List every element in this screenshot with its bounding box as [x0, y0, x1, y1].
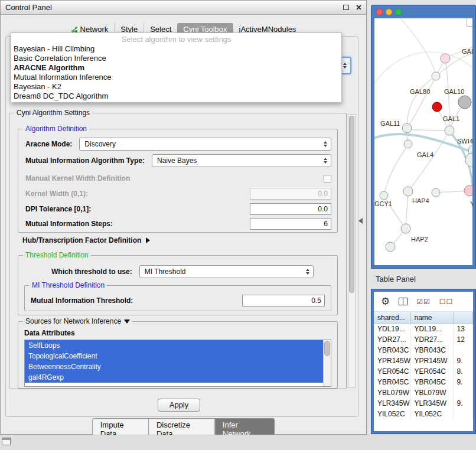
network-tab-icon — [71, 26, 78, 33]
network-node[interactable] — [432, 188, 440, 197]
network-edge[interactable] — [410, 132, 449, 190]
dropdown-item[interactable]: Bayesian - K2 — [11, 82, 341, 92]
table-cell: YDL19... — [374, 324, 410, 334]
column-header[interactable] — [453, 312, 473, 324]
attribute-list[interactable]: SelfLoops TopologicalCoefficient Between… — [24, 340, 331, 387]
column-header[interactable]: name — [410, 312, 453, 324]
attribute-table-body: YDL19...YDL19...13YDR27...YDR27...12YBR0… — [374, 324, 473, 419]
table-row[interactable]: YDL19...YDL19...13 — [374, 324, 473, 334]
table-cell — [453, 409, 473, 419]
zoom-light-icon[interactable] — [395, 9, 402, 15]
scrollbar-thumb[interactable] — [349, 116, 354, 293]
mi-type-combo[interactable]: Naive Bayes — [152, 154, 331, 167]
network-edge[interactable] — [374, 52, 472, 89]
column-header[interactable]: shared... — [374, 312, 410, 324]
network-node[interactable] — [402, 123, 412, 133]
table-cell: YDR27... — [374, 334, 410, 345]
mi-threshold-field[interactable]: 0.5 — [242, 295, 325, 306]
list-item-selected[interactable]: SelfLoops — [25, 340, 324, 351]
node-attribute-table: shared... name YDL19...YDL19...13YDR27..… — [374, 312, 473, 419]
network-edge[interactable] — [398, 18, 436, 74]
cyni-algorithm-settings-group: Cyni Algorithm Settings Algorithm Defini… — [9, 113, 347, 389]
select-all-checkboxes-icon[interactable]: ☑☑ — [416, 298, 431, 306]
table-row[interactable]: YBR045CYBR045C9. — [374, 377, 473, 387]
list-item-selected[interactable]: TopologicalCoefficient — [25, 351, 324, 361]
minimize-light-icon[interactable] — [386, 9, 392, 15]
deselect-all-checkboxes-icon[interactable]: ☐☐ — [439, 298, 454, 306]
dropdown-item-selected[interactable]: ARACNE Algorithm — [11, 63, 341, 73]
float-window-icon[interactable] — [343, 5, 349, 10]
table-row[interactable]: YLR345WYLR345W9. — [374, 398, 473, 409]
close-light-icon[interactable] — [376, 9, 383, 15]
network-edge[interactable] — [436, 191, 468, 193]
network-node[interactable] — [465, 153, 472, 167]
table-row[interactable]: YIL052CYIL052C — [374, 409, 473, 419]
dropdown-item[interactable]: Dream8 DC_TDC Algorithm — [11, 92, 341, 101]
network-edge[interactable] — [406, 193, 408, 227]
gear-icon[interactable]: ⚙ — [381, 295, 390, 308]
table-cell: YBR045C — [410, 377, 453, 387]
network-node[interactable] — [432, 72, 440, 80]
network-edge[interactable] — [408, 129, 448, 131]
network-node[interactable] — [464, 185, 472, 196]
network-node[interactable] — [432, 102, 442, 112]
chevron-updown-icon — [306, 269, 309, 275]
apply-button[interactable]: Apply — [158, 399, 200, 412]
network-node[interactable] — [441, 54, 450, 63]
node-label: GAL8 — [462, 48, 472, 55]
group-title: MI Threshold Definition — [30, 281, 107, 289]
table-row[interactable]: YDR27...YDR27...12 — [374, 334, 473, 345]
manual-kernel-checkbox[interactable] — [324, 175, 331, 182]
list-scrollbar[interactable] — [323, 340, 331, 386]
network-node[interactable] — [403, 187, 413, 196]
dropdown-placeholder: Select algorithm to view settings — [11, 34, 341, 44]
dpi-tolerance-field[interactable]: 0.0 — [250, 203, 331, 215]
aracne-mode-combo[interactable]: Discovery — [79, 138, 331, 151]
table-row[interactable]: YBR043CYBR043C — [374, 345, 473, 356]
mi-steps-field[interactable]: 6 — [250, 218, 331, 230]
network-node[interactable] — [445, 126, 454, 135]
list-item-selected[interactable]: gal4RGexp — [25, 372, 324, 383]
columns-icon[interactable] — [399, 298, 407, 305]
table-cell: 8. — [453, 366, 473, 377]
scrollbar-thumb[interactable] — [324, 341, 330, 356]
which-threshold-combo[interactable]: MI Threshold — [139, 265, 314, 278]
which-threshold-label: Which threshold to use: — [51, 268, 132, 276]
network-node[interactable] — [404, 140, 412, 148]
list-item-selected[interactable]: BetweennessCentrality — [25, 361, 324, 372]
dropdown-item[interactable]: Bayesian - Hill Climbing — [11, 44, 341, 54]
group-title: Threshold Definition — [23, 251, 91, 259]
table-cell: 13 — [453, 324, 473, 334]
network-node[interactable] — [380, 191, 388, 200]
dropdown-item[interactable]: Mutual Information Inference — [11, 73, 341, 82]
mi-threshold-group: MI Threshold Definition Mutual Informati… — [24, 285, 331, 311]
close-icon[interactable]: × — [356, 3, 361, 12]
table-row[interactable]: YER054CYER054C8. — [374, 366, 473, 377]
table-cell — [453, 345, 473, 356]
table-cell: YPR145W — [374, 356, 410, 366]
settings-scrollbar[interactable] — [348, 114, 356, 388]
network-canvas[interactable]: GAL80GAL10GAL8GAL11GAL1SWI4GAL4GCY1HAP4Y… — [374, 18, 472, 265]
table-panel-title: Table Panel — [376, 275, 416, 283]
manual-kernel-label: Manual Kernel Width Definition — [25, 174, 130, 182]
node-label: GAL10 — [444, 88, 464, 95]
sources-group-title[interactable]: Sources for Network Inference — [23, 317, 132, 325]
network-node[interactable] — [386, 242, 395, 252]
table-cell: YBL079W — [410, 387, 453, 398]
panel-collapse-arrow-icon[interactable] — [358, 218, 363, 224]
table-cell: 12 — [453, 334, 473, 345]
combo-value: Naive Bayes — [157, 156, 197, 165]
group-title: Algorithm Definition — [23, 125, 89, 133]
dropdown-item[interactable]: Basic Correlation Inference — [11, 54, 341, 63]
mini-window-icon[interactable] — [2, 438, 11, 445]
network-node[interactable] — [458, 96, 471, 109]
kernel-width-field[interactable]: 0.0 — [250, 188, 331, 200]
threshold-definition-group: Threshold Definition Which threshold to … — [18, 255, 338, 315]
table-row[interactable]: YPR145WYPR145W9. — [374, 356, 473, 366]
network-edge[interactable] — [384, 145, 408, 194]
table-cell: 9. — [453, 398, 473, 409]
table-row[interactable]: YBL079WYBL079W — [374, 387, 473, 398]
hub-definition-toggle[interactable]: Hub/Transcription Factor Definition — [22, 236, 150, 244]
network-node[interactable] — [401, 224, 410, 233]
kernel-width-label: Kernel Width (0,1): — [25, 190, 88, 198]
